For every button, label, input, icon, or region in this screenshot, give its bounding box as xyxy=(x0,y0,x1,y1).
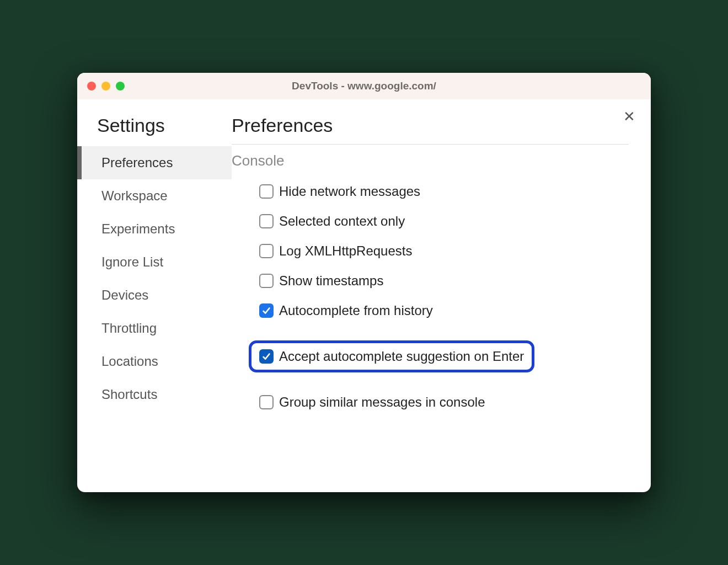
check-icon xyxy=(261,351,271,361)
sidebar-item-ignore-list[interactable]: Ignore List xyxy=(77,246,232,279)
option-label: Hide network messages xyxy=(279,184,420,199)
sidebar-item-experiments[interactable]: Experiments xyxy=(77,212,232,246)
sidebar-item-locations[interactable]: Locations xyxy=(77,345,232,378)
sidebar-item-preferences[interactable]: Preferences xyxy=(77,146,232,179)
sidebar-item-throttling[interactable]: Throttling xyxy=(77,312,232,345)
option-label: Log XMLHttpRequests xyxy=(279,243,412,259)
page-title: Preferences xyxy=(232,115,629,145)
checkbox[interactable] xyxy=(259,395,274,409)
close-settings-button[interactable]: ✕ xyxy=(623,109,635,124)
zoom-window-button[interactable] xyxy=(116,82,125,90)
checkbox[interactable] xyxy=(259,244,274,258)
option-hide-network-messages[interactable]: Hide network messages xyxy=(259,184,629,199)
minimize-window-button[interactable] xyxy=(101,82,110,90)
close-window-button[interactable] xyxy=(87,82,96,90)
option-autocomplete-from-history[interactable]: Autocomplete from history xyxy=(259,303,629,318)
option-label: Accept autocomplete suggestion on Enter xyxy=(279,349,524,364)
devtools-window: DevTools - www.google.com/ ✕ Settings Pr… xyxy=(77,73,651,492)
option-group-similar-messages-in-console[interactable]: Group similar messages in console xyxy=(259,395,629,410)
option-accept-autocomplete-suggestion-on-enter[interactable]: Accept autocomplete suggestion on Enter xyxy=(249,340,534,372)
sidebar-item-workspace[interactable]: Workspace xyxy=(77,179,232,212)
settings-title: Settings xyxy=(77,115,232,146)
close-icon: ✕ xyxy=(623,108,635,125)
checkbox[interactable] xyxy=(259,303,274,318)
option-selected-context-only[interactable]: Selected context only xyxy=(259,214,629,229)
section-title-console: Console xyxy=(232,152,629,169)
checkbox[interactable] xyxy=(259,349,274,364)
option-log-xmlhttprequests[interactable]: Log XMLHttpRequests xyxy=(259,243,629,259)
option-label: Show timestamps xyxy=(279,273,383,289)
sidebar-item-devices[interactable]: Devices xyxy=(77,279,232,312)
settings-body: ✕ Settings PreferencesWorkspaceExperimen… xyxy=(77,99,651,492)
checkbox[interactable] xyxy=(259,184,274,199)
option-label: Autocomplete from history xyxy=(279,303,433,318)
settings-sidebar: Settings PreferencesWorkspaceExperiments… xyxy=(77,99,232,492)
traffic-lights xyxy=(87,82,125,90)
option-label: Selected context only xyxy=(279,214,405,229)
checkbox[interactable] xyxy=(259,274,274,288)
option-label: Group similar messages in console xyxy=(279,395,485,410)
check-icon xyxy=(261,306,271,316)
settings-main: Preferences Console Hide network message… xyxy=(232,99,651,492)
sidebar-item-shortcuts[interactable]: Shortcuts xyxy=(77,378,232,411)
window-title: DevTools - www.google.com/ xyxy=(77,80,651,92)
titlebar: DevTools - www.google.com/ xyxy=(77,73,651,99)
option-show-timestamps[interactable]: Show timestamps xyxy=(259,273,629,289)
console-options: Hide network messagesSelected context on… xyxy=(232,184,629,410)
checkbox[interactable] xyxy=(259,214,274,228)
